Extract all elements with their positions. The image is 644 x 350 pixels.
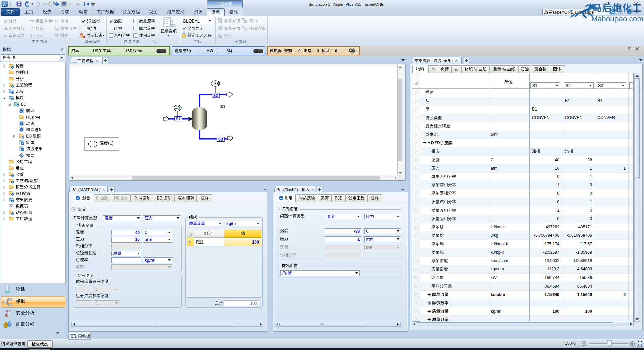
svg-text:A: A <box>3 2 6 6</box>
svg-text:B1: B1 <box>220 105 225 110</box>
svg-text:S3: S3 <box>218 137 223 142</box>
svg-text:N: N <box>53 1 57 7</box>
svg-text:40: 40 <box>175 106 180 111</box>
svg-text:+: + <box>6 2 8 4</box>
svg-text:S2: S2 <box>213 94 218 98</box>
svg-text:-38: -38 <box>212 82 219 86</box>
svg-text:S1: S1 <box>176 117 181 122</box>
